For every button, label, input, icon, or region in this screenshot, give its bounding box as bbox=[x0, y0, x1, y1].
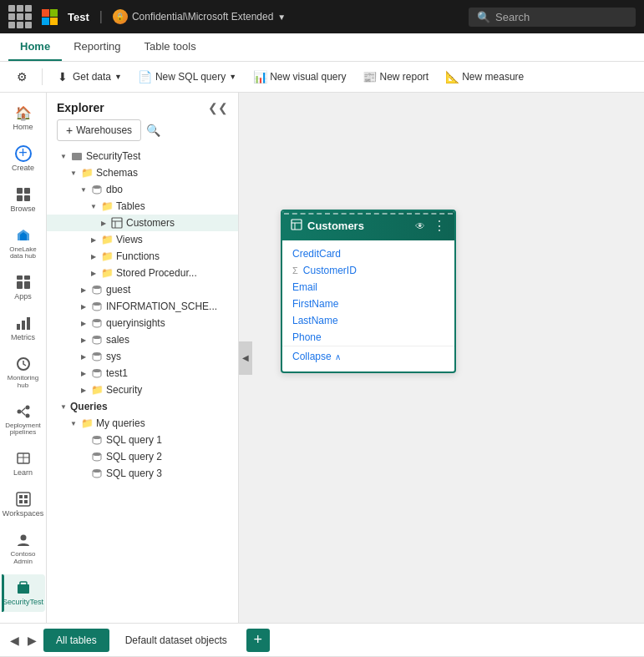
sidebar-item-apps[interactable]: Apps bbox=[2, 269, 45, 306]
svg-rect-8 bbox=[17, 324, 20, 330]
new-sql-query-button[interactable]: 📄 New SQL query ▼ bbox=[132, 67, 243, 87]
explorer-search-icon[interactable]: 🔍 bbox=[146, 124, 160, 137]
field-lastname[interactable]: LastName bbox=[282, 312, 454, 329]
explorer-tree: ▼ SecurityTest ▼ 📁 Schemas ▼ dbo bbox=[47, 148, 238, 623]
canvas-scroll-left[interactable]: ◀ bbox=[239, 341, 252, 375]
sidebar-item-learn[interactable]: Learn bbox=[2, 445, 45, 483]
new-visual-query-button[interactable]: 📊 New visual query bbox=[246, 67, 352, 87]
svg-point-32 bbox=[93, 286, 101, 289]
tree-item-test1[interactable]: ▶ test1 bbox=[47, 365, 238, 382]
sidebar-item-workspaces[interactable]: Workspaces bbox=[2, 486, 45, 523]
sidebar-item-metrics[interactable]: Metrics bbox=[2, 310, 45, 347]
tree-item-sys[interactable]: ▶ sys bbox=[47, 348, 238, 365]
svg-rect-41 bbox=[292, 220, 302, 230]
chevron-right-icon: ▶ bbox=[77, 387, 90, 394]
table-eye-icon[interactable]: 👁 bbox=[415, 220, 425, 232]
sales-label: sales bbox=[106, 334, 129, 346]
tree-item-queryinsights[interactable]: ▶ queryinsights bbox=[47, 315, 238, 331]
new-report-button[interactable]: 📰 New report bbox=[357, 67, 436, 87]
securitytest-icon bbox=[15, 579, 32, 596]
tab-default-dataset[interactable]: Default dataset objects bbox=[113, 629, 240, 652]
sidebar-item-contoso[interactable]: Contoso Admin bbox=[2, 527, 45, 571]
add-table-tab-button[interactable]: + bbox=[246, 629, 270, 652]
tree-item-sql-query-1[interactable]: SQL query 1 bbox=[47, 432, 238, 448]
field-email[interactable]: Email bbox=[282, 279, 454, 296]
microsoft-logo bbox=[42, 9, 58, 25]
add-warehouse-button[interactable]: + Warehouses bbox=[57, 119, 141, 141]
chevron-down-icon: ▼ bbox=[67, 420, 80, 427]
page-prev-icon[interactable]: ◀ bbox=[7, 632, 23, 649]
tab-table-tools[interactable]: Table tools bbox=[133, 33, 208, 61]
sql-query-3-label: SQL query 3 bbox=[106, 467, 162, 479]
new-measure-button[interactable]: 📐 New measure bbox=[439, 67, 530, 87]
field-customerid[interactable]: Σ CustomerID bbox=[282, 262, 454, 279]
dbo-label: dbo bbox=[106, 184, 123, 195]
tree-item-stored-procedures[interactable]: ▶ 📁 Stored Procedur... bbox=[47, 265, 238, 281]
queries-label: Queries bbox=[70, 401, 108, 412]
tree-item-schemas[interactable]: ▼ 📁 Schemas bbox=[47, 164, 238, 181]
collapse-button[interactable]: Collapse ∧ bbox=[282, 346, 454, 366]
toolbar-divider-1 bbox=[42, 68, 43, 85]
search-placeholder: Search bbox=[495, 11, 530, 23]
get-data-dropdown-icon: ▼ bbox=[114, 73, 122, 81]
tree-item-security[interactable]: ▶ 📁 Security bbox=[47, 382, 238, 398]
schemas-label: Schemas bbox=[96, 167, 138, 179]
title-divider: | bbox=[99, 9, 103, 24]
tree-item-functions[interactable]: ▶ 📁 Functions bbox=[47, 248, 238, 265]
tab-reporting[interactable]: Reporting bbox=[62, 33, 132, 61]
tree-item-information-schema[interactable]: ▶ INFORMATION_SCHE... bbox=[47, 298, 238, 315]
functions-folder-icon: 📁 bbox=[100, 250, 114, 262]
svg-rect-7 bbox=[24, 281, 30, 289]
tab-all-tables[interactable]: All tables bbox=[43, 629, 109, 652]
app-grid-icon[interactable] bbox=[8, 5, 32, 28]
tree-item-sql-query-3[interactable]: SQL query 3 bbox=[47, 465, 238, 482]
sidebar-item-deployment[interactable]: Deployment pipelines bbox=[2, 398, 45, 442]
sidebar-item-home[interactable]: 🏠 Home bbox=[2, 99, 45, 137]
table-more-icon[interactable]: ⋮ bbox=[433, 218, 446, 234]
field-creditcard[interactable]: CreditCard bbox=[282, 245, 454, 262]
lastname-label: LastName bbox=[292, 315, 338, 326]
field-firstname[interactable]: FirstName bbox=[282, 296, 454, 312]
tree-item-guest[interactable]: ▶ guest bbox=[47, 281, 238, 298]
svg-rect-22 bbox=[24, 500, 28, 503]
get-data-button[interactable]: ⬇ Get data ▼ bbox=[49, 67, 129, 87]
app-title: Test bbox=[68, 11, 89, 23]
sidebar-item-create[interactable]: + Create bbox=[2, 140, 45, 178]
explorer-collapse-icon[interactable]: ❮❮ bbox=[208, 101, 228, 114]
learn-label: Learn bbox=[13, 469, 33, 478]
sidebar-item-securitytest[interactable]: SecurityTest bbox=[2, 574, 45, 612]
ribbon-toolbar: ⚙ ⬇ Get data ▼ 📄 New SQL query ▼ 📊 New v… bbox=[0, 61, 644, 92]
sidebar-item-browse[interactable]: Browse bbox=[2, 181, 45, 219]
svg-rect-2 bbox=[17, 195, 23, 201]
svg-rect-10 bbox=[27, 317, 30, 330]
views-label: Views bbox=[116, 234, 143, 245]
canvas-area[interactable]: ◀ Customers 👁 ⋮ CreditCard Σ CustomerID bbox=[239, 93, 644, 623]
tree-item-securitytest[interactable]: ▼ SecurityTest bbox=[47, 148, 238, 164]
search-icon: 🔍 bbox=[477, 11, 490, 23]
customers-table-icon bbox=[110, 217, 124, 229]
tree-item-views[interactable]: ▶ 📁 Views bbox=[47, 231, 238, 248]
tree-item-queries[interactable]: ▼ Queries bbox=[47, 398, 238, 415]
tree-item-tables[interactable]: ▼ 📁 Tables bbox=[47, 198, 238, 215]
views-folder-icon: 📁 bbox=[100, 234, 114, 245]
new-report-label: New report bbox=[380, 71, 429, 83]
tree-item-my-queries[interactable]: ▼ 📁 My queries bbox=[47, 415, 238, 432]
svg-rect-21 bbox=[19, 500, 23, 503]
securitytest-label: SecurityTest bbox=[3, 599, 43, 607]
sidebar-item-monitoring[interactable]: Monitoring hub bbox=[2, 351, 45, 395]
tree-item-dbo[interactable]: ▼ dbo bbox=[47, 181, 238, 198]
search-box[interactable]: 🔍 Search bbox=[469, 8, 636, 27]
field-phone[interactable]: Phone bbox=[282, 329, 454, 346]
test1-icon bbox=[90, 367, 104, 379]
tree-item-sales[interactable]: ▶ sales bbox=[47, 331, 238, 348]
table-card-header: Customers 👁 ⋮ bbox=[282, 211, 454, 240]
left-nav: 🏠 Home + Create Browse OneLake data hub … bbox=[0, 93, 47, 623]
confidential-label[interactable]: 🔒 Confidential\Microsoft Extended ▼ bbox=[113, 9, 286, 24]
tab-home[interactable]: Home bbox=[8, 33, 62, 61]
explorer-actions: + Warehouses 🔍 bbox=[47, 119, 238, 148]
sidebar-item-onelake[interactable]: OneLake data hub bbox=[2, 222, 45, 266]
tree-item-sql-query-2[interactable]: SQL query 2 bbox=[47, 448, 238, 465]
settings-button[interactable]: ⚙ bbox=[8, 67, 35, 87]
tree-item-customers[interactable]: ▶ Customers bbox=[47, 215, 238, 231]
page-next-icon[interactable]: ▶ bbox=[24, 632, 40, 649]
